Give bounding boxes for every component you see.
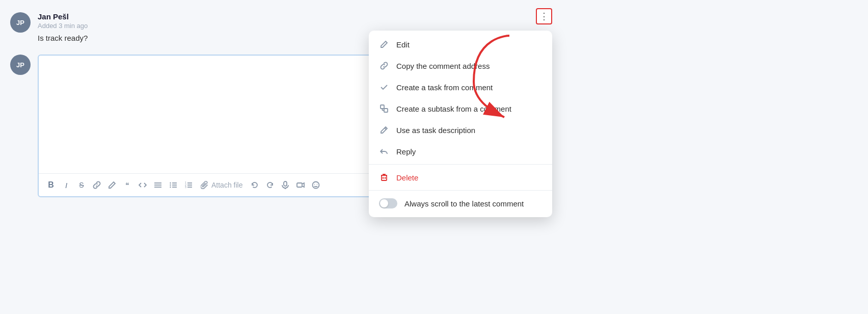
svg-point-18 <box>313 182 319 189</box>
pencil-icon <box>379 39 389 49</box>
svg-point-20 <box>317 184 318 185</box>
bullet-list-icon <box>169 181 177 189</box>
paperclip-icon <box>201 181 209 189</box>
svg-text:3: 3 <box>185 186 186 189</box>
code-button[interactable] <box>137 179 149 191</box>
toggle-knob <box>380 199 388 207</box>
comment-meta: Added 3 min ago <box>38 22 88 30</box>
attach-file-label: Attach file <box>211 181 242 189</box>
svg-point-6 <box>170 182 171 184</box>
comment-body: Jan Pešl Added 3 min ago Is track ready? <box>38 12 88 42</box>
menu-divider <box>369 164 552 165</box>
emoji-icon <box>312 181 320 189</box>
svg-point-7 <box>170 185 171 186</box>
svg-point-19 <box>314 184 315 185</box>
menu-create-task-label: Create a task from comment <box>396 83 493 92</box>
undo-button[interactable] <box>249 179 261 191</box>
bold-button[interactable]: B <box>45 179 57 191</box>
code-icon <box>139 181 147 189</box>
link-icon <box>93 181 101 189</box>
menu-item-use-description[interactable]: Use as task description <box>369 119 552 141</box>
bullet-list-button[interactable] <box>167 179 179 191</box>
pen-icon <box>108 181 116 189</box>
hr-icon <box>154 181 162 189</box>
menu-copy-address-label: Copy the comment address <box>396 62 490 70</box>
undo-icon <box>251 181 259 189</box>
scroll-toggle[interactable] <box>379 198 397 208</box>
comment-author: Jan Pešl <box>38 12 88 21</box>
copy-link-icon <box>379 61 389 71</box>
video-icon <box>296 181 305 189</box>
ordered-list-icon: 1 2 3 <box>184 181 193 189</box>
menu-create-subtask-label: Create a subtask from a comment <box>396 104 511 113</box>
redo-button[interactable] <box>264 179 276 191</box>
italic-button[interactable]: I <box>60 179 72 191</box>
reply-avatar: JP <box>10 55 31 75</box>
hr-button[interactable] <box>152 179 164 191</box>
video-button[interactable] <box>294 179 307 191</box>
attach-file-button[interactable]: Attach file <box>198 180 246 190</box>
svg-line-26 <box>385 128 386 129</box>
svg-rect-17 <box>297 183 302 187</box>
ordered-list-button[interactable]: 1 2 3 <box>182 179 195 191</box>
toggle-row: Always scroll to the latest comment <box>369 193 552 214</box>
svg-rect-23 <box>384 109 388 112</box>
pen-button[interactable] <box>106 179 118 191</box>
reply-icon <box>379 146 389 156</box>
svg-rect-27 <box>382 175 387 180</box>
avatar: JP <box>10 12 31 33</box>
redo-icon <box>266 181 274 189</box>
menu-divider-2 <box>369 190 552 191</box>
strikethrough-button[interactable]: S <box>75 179 88 191</box>
menu-item-delete[interactable]: Delete <box>369 167 552 188</box>
three-dot-button[interactable]: ⋮ <box>536 8 552 24</box>
menu-item-create-task[interactable]: Create a task from comment <box>369 76 552 98</box>
comment-text: Is track ready? <box>38 34 88 42</box>
menu-use-description-label: Use as task description <box>396 126 475 135</box>
check-icon <box>379 82 389 92</box>
menu-reply-label: Reply <box>396 147 416 156</box>
menu-item-reply[interactable]: Reply <box>369 141 552 162</box>
menu-item-edit[interactable]: Edit <box>369 34 552 55</box>
subtask-icon <box>379 103 389 114</box>
mic-icon <box>281 181 289 189</box>
emoji-button[interactable] <box>310 179 322 191</box>
dropdown-menu: Edit Copy the comment address Create a t… <box>369 31 552 217</box>
link-button[interactable] <box>91 179 103 191</box>
description-icon <box>379 125 389 135</box>
mic-button[interactable] <box>279 179 291 191</box>
svg-rect-15 <box>284 181 287 186</box>
menu-edit-label: Edit <box>396 40 410 49</box>
trash-icon <box>379 172 389 182</box>
quote-button[interactable]: ❝ <box>121 179 133 191</box>
svg-point-8 <box>170 187 171 188</box>
menu-delete-label: Delete <box>396 173 418 182</box>
menu-item-copy-address[interactable]: Copy the comment address <box>369 55 552 76</box>
svg-rect-22 <box>381 105 384 109</box>
menu-item-create-subtask[interactable]: Create a subtask from a comment <box>369 98 552 119</box>
toggle-label: Always scroll to the latest comment <box>404 199 524 208</box>
